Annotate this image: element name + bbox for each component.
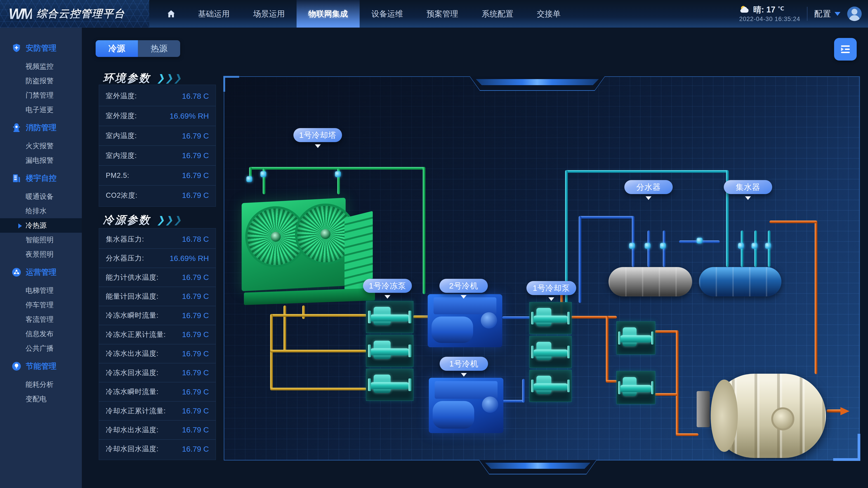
chiller-2[interactable] [428, 294, 502, 347]
label-chiller-1[interactable]: 1号冷机 [440, 357, 488, 371]
sidebar-header-security[interactable]: 安防管理 [0, 40, 82, 56]
diagram-grid: 1号冷却塔 分水器 集水器 1号冷冻泵 2号冷机 1号冷却泵 1号冷机 [224, 77, 860, 460]
weather-block: 晴: 17 ℃ 2022-04-30 16:35:24 [739, 5, 800, 23]
section-title-text: 冷源参数 [103, 213, 151, 227]
pipe-yellow-feed [270, 350, 367, 352]
sidebar-item-parking[interactable]: 停车管理 [0, 298, 82, 312]
param-label: 冷却水回水温度: [106, 444, 159, 454]
valve-icon [697, 238, 703, 243]
glow-bar [476, 79, 599, 85]
param-row: CO2浓度:16.79 C [99, 186, 216, 205]
param-value: 16.78 C [182, 92, 209, 101]
pipe-orange-pump-out [655, 330, 679, 333]
sidebar-item-elevator[interactable]: 电梯管理 [0, 283, 82, 298]
param-label: 室内温度: [106, 131, 137, 140]
cooling-water-pump-2[interactable] [529, 336, 572, 368]
valve-icon [752, 243, 757, 249]
sidebar-header-bas[interactable]: 楼宇自控 [0, 170, 82, 186]
chiller-1[interactable] [429, 378, 503, 433]
param-label: 冷冻水瞬时流量: [106, 387, 159, 396]
nav-item-devops[interactable]: 设备运维 [360, 0, 415, 28]
chilled-water-pump-3[interactable] [366, 369, 413, 401]
sidebar-item-firealarm[interactable]: 火灾报警 [0, 139, 82, 153]
fire-hydrant-icon [11, 123, 22, 133]
label-chiller-2[interactable]: 2号冷机 [439, 279, 488, 293]
config-dropdown[interactable]: 配置 [814, 8, 840, 20]
sidebar-item-video[interactable]: 视频监控 [0, 59, 82, 74]
nav-item-scene[interactable]: 场景运用 [241, 0, 297, 28]
sidebar-header-fire[interactable]: 消防管理 [0, 120, 82, 135]
tab-cold-source[interactable]: 冷源 [96, 40, 138, 57]
cooling-water-pump-1[interactable] [529, 302, 572, 334]
sidebar-item-infopub[interactable]: 信息发布 [0, 327, 82, 341]
param-row: 冷却水出水温度:16.79 C [99, 420, 216, 440]
nav-item-plan[interactable]: 预案管理 [415, 0, 470, 28]
sidebar-header-energy[interactable]: 节能管理 [0, 358, 82, 374]
sidebar-item-drainage[interactable]: 给排水 [0, 204, 82, 218]
condenser-pump-1[interactable] [616, 321, 655, 355]
param-row: 冷冻水回水温度:16.79 C [99, 363, 216, 382]
sidebar-item-leakage[interactable]: 漏电报警 [0, 153, 82, 168]
avatar[interactable] [847, 6, 862, 21]
env-params-panel: 室外温度:16.78 C 室外湿度:16.69% RH 室内温度:16.79 C… [99, 85, 216, 207]
sidebar-group-energy: 节能管理 能耗分析 变配电 [0, 358, 82, 406]
sidebar-header-ops[interactable]: 运营管理 [0, 264, 82, 280]
param-row: 分水器压力:16.69% RH [99, 249, 216, 268]
label-cooling-tower-1[interactable]: 1号冷却塔 [293, 128, 342, 142]
sidebar-item-broadcast[interactable]: 公共广播 [0, 341, 82, 356]
sidebar-item-energyanalysis[interactable]: 能耗分析 [0, 377, 82, 392]
nav-item-basic[interactable]: 基础运用 [186, 0, 241, 28]
param-row: 能量计回水温度:16.79 C [99, 287, 216, 306]
water-collector-tank[interactable] [699, 267, 781, 296]
frame-corner-bracket [833, 458, 860, 461]
orange-nozzle-icon [840, 407, 849, 415]
storage-boiler-tank[interactable] [712, 374, 826, 458]
param-value: 16.69% RH [169, 254, 209, 263]
active-triangle-icon [18, 223, 22, 228]
label-water-divider[interactable]: 分水器 [624, 180, 673, 194]
sidebar-item-patrol[interactable]: 电子巡更 [0, 103, 82, 117]
param-value: 16.79 C [182, 273, 209, 282]
hvac-diagram: 1号冷却塔 分水器 集水器 1号冷冻泵 2号冷机 1号冷却泵 1号冷机 [224, 76, 860, 460]
sidebar-header-label: 运营管理 [26, 267, 57, 278]
pipe-orange-nozzle [827, 410, 842, 413]
sidebar-item-passenger[interactable]: 客流管理 [0, 312, 82, 327]
sidebar-item-powerdist[interactable]: 变配电 [0, 392, 82, 406]
nav-item-iot[interactable]: 物联网集成 [297, 0, 360, 28]
param-label: 室外温度: [106, 91, 137, 101]
pipe-orange-pump-feed [606, 380, 617, 383]
tab-heat-source[interactable]: 热源 [138, 40, 180, 57]
cooling-water-pump-3[interactable] [529, 370, 572, 402]
param-label: CO2浓度: [106, 191, 137, 200]
collapse-icon [839, 43, 852, 56]
nav-item-sysconfig[interactable]: 系统配置 [470, 0, 525, 28]
valve-icon [629, 243, 635, 249]
param-value: 16.79 C [182, 311, 209, 320]
param-row: 冷冻水瞬时流量:16.79 C [99, 382, 216, 401]
chilled-water-pump-2[interactable] [366, 335, 413, 367]
param-row: 冷冻水正累计流量:16.79 C [99, 325, 216, 344]
water-divider-tank[interactable] [609, 267, 692, 296]
param-value: 16.79 C [182, 387, 209, 396]
label-cooling-pump-1[interactable]: 1号冷却泵 [526, 281, 576, 295]
label-chilled-pump-1[interactable]: 1号冷冻泵 [363, 279, 412, 293]
nav-item-handover[interactable]: 交接单 [525, 0, 572, 28]
building-icon [11, 173, 22, 184]
sidebar-item-hvac[interactable]: 暖通设备 [0, 189, 82, 204]
condenser-pump-2[interactable] [616, 371, 655, 404]
sidebar-item-access[interactable]: 门禁管理 [0, 88, 82, 103]
sidebar-item-nightlight[interactable]: 夜景照明 [0, 247, 82, 262]
sidebar-item-smartlight[interactable]: 智能照明 [0, 233, 82, 247]
config-label: 配置 [814, 8, 831, 20]
sidebar-item-burglar[interactable]: 防盗报警 [0, 74, 82, 88]
pipe-blue-chiller-out [502, 400, 524, 402]
cooling-tower[interactable] [242, 194, 373, 306]
sidebar-item-coldheat-active[interactable]: 冷热源 [0, 218, 82, 233]
nav-home[interactable] [156, 0, 186, 28]
pipe-yellow-tower-out [302, 305, 305, 319]
pipe-teal-tank-drop [754, 230, 757, 267]
label-water-collector[interactable]: 集水器 [724, 180, 772, 194]
chilled-water-pump-1[interactable] [366, 301, 413, 333]
pipe-yellow-tower-out [283, 305, 286, 352]
collapse-panel-button[interactable] [834, 38, 857, 61]
